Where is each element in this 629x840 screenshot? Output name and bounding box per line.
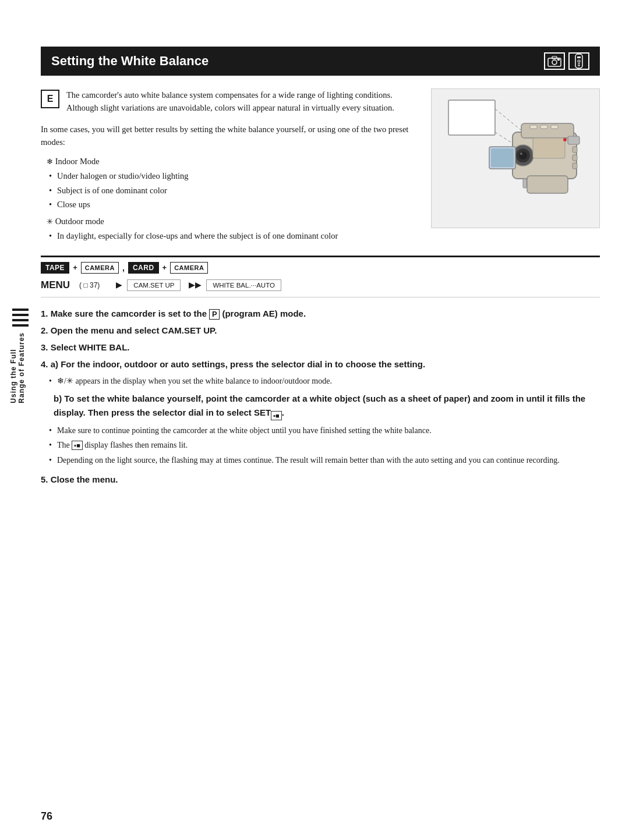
menu-section: TAPE + CAMERA , CARD + CAMERA MENU ( □ 3… — [41, 256, 600, 297]
svg-rect-28 — [533, 138, 565, 158]
comma-separator: , — [122, 263, 125, 272]
svg-rect-20 — [568, 136, 579, 144]
e-badge: E — [41, 90, 59, 108]
step-5: 5. Close the menu. — [41, 473, 600, 486]
svg-rect-8 — [578, 65, 580, 66]
svg-rect-21 — [530, 125, 537, 129]
menu-arrow-box-1: CAM.SET UP — [127, 279, 181, 291]
camera-badge-2: CAMERA — [170, 262, 208, 274]
svg-rect-5 — [577, 56, 581, 58]
indoor-sun-icon: ❄ — [47, 157, 53, 166]
sidebar-line-3 — [12, 319, 29, 321]
camcorder-illustration — [431, 88, 600, 228]
remote-icon-box — [568, 52, 589, 70]
svg-rect-25 — [573, 155, 577, 161]
svg-rect-23 — [551, 125, 558, 129]
step-4a-bullet-1: ❄/✳ appears in the display when you set … — [57, 375, 600, 388]
svg-point-6 — [578, 60, 580, 62]
card-badge: CARD — [128, 262, 159, 274]
title-bar: Setting the White Balance — [41, 47, 600, 76]
svg-rect-2 — [552, 56, 557, 59]
step-4b-bullet-2: The ▪■ display flashes then remains lit. — [57, 439, 600, 452]
sidebar-line-1 — [12, 309, 29, 311]
svg-rect-7 — [578, 63, 580, 65]
svg-rect-9 — [448, 100, 495, 135]
outdoor-mode-item: ✳ Outdoor mode — [47, 215, 419, 228]
plus-2: + — [162, 263, 167, 272]
indoor-mode-label: Indoor Mode — [55, 157, 100, 166]
step-1: 1. Make sure the camcorder is set to the… — [41, 307, 600, 320]
menu-ref: ( □ 37) — [79, 281, 100, 289]
svg-rect-3 — [557, 59, 560, 61]
step-4b-bullet-1: Make sure to continue pointing the camco… — [57, 424, 600, 437]
camera-icon — [547, 55, 562, 68]
outdoor-sun-icon: ✳ — [47, 217, 53, 226]
svg-point-16 — [519, 151, 527, 160]
intro-paragraph-1: The camcorder's auto white balance syste… — [66, 88, 419, 115]
main-content: Setting the White Balance — [41, 23, 600, 486]
indoor-sub-3: Close ups — [57, 198, 419, 211]
svg-point-29 — [563, 138, 567, 141]
menu-arrow-1: ▶ — [116, 280, 122, 290]
page-title: Setting the White Balance — [51, 54, 209, 69]
svg-rect-19 — [491, 148, 514, 167]
indoor-sub-1: Under halogen or studio/video lighting — [57, 169, 419, 182]
svg-rect-22 — [540, 125, 547, 129]
page-number: 76 — [41, 810, 52, 823]
menu-arrow-2: ▶▶ — [189, 280, 202, 290]
svg-rect-30 — [523, 179, 526, 188]
top-section: E The camcorder's auto white balance sys… — [41, 88, 600, 244]
svg-point-1 — [552, 60, 557, 65]
step-4a: 4. a) For the indoor, outdoor or auto se… — [41, 357, 600, 371]
indoor-mode-item: ❄ Indoor Mode — [47, 155, 419, 168]
sidebar-lines — [12, 309, 29, 327]
step-3: 3. Select WHITE BAL. — [41, 341, 600, 354]
camcorder-svg — [437, 94, 594, 222]
steps-section: 1. Make sure the camcorder is set to the… — [41, 307, 600, 486]
left-sidebar: Using the Full Range of Features — [0, 0, 35, 840]
step-4b: b) To set the white balance yourself, po… — [54, 392, 600, 420]
intro-block: E The camcorder's auto white balance sys… — [41, 88, 419, 115]
p-symbol: P — [209, 309, 220, 320]
camera-badge-1: CAMERA — [81, 262, 119, 274]
outdoor-mode-label: Outdoor mode — [55, 217, 104, 226]
svg-rect-26 — [573, 163, 577, 169]
menu-nav-row: MENU ( □ 37) ▶ CAM.SET UP ▶▶ WHITE BAL.·… — [41, 277, 600, 297]
intro-paragraph-2: In some cases, you will get better resul… — [41, 123, 419, 149]
indoor-sub-2: Subject is of one dominant color — [57, 184, 419, 197]
plus-1: + — [73, 263, 77, 272]
svg-point-17 — [520, 153, 522, 155]
camera-icon-box — [544, 52, 565, 70]
step-2: 2. Open the menu and select CAM.SET UP. — [41, 324, 600, 337]
sidebar-vertical-text: Using the Full Range of Features — [9, 332, 26, 403]
outdoor-sub-1: In daylight, especially for close-ups an… — [57, 229, 419, 242]
svg-rect-24 — [573, 147, 577, 153]
sidebar-line-2 — [12, 314, 29, 316]
tape-badge: TAPE — [41, 262, 69, 274]
title-icons — [544, 52, 589, 70]
remote-icon — [573, 54, 585, 69]
svg-rect-27 — [527, 176, 568, 193]
sidebar-line-4 — [12, 324, 29, 327]
menu-label: MENU — [41, 279, 70, 291]
step-4b-bullet-3: Depending on the light source, the flash… — [57, 454, 600, 467]
page-container: Using the Full Range of Features Setting… — [0, 0, 629, 840]
top-left-content: E The camcorder's auto white balance sys… — [41, 88, 419, 244]
menu-arrow-box-2: WHITE BAL.···AUTO — [206, 279, 281, 291]
tape-camera-row: TAPE + CAMERA , CARD + CAMERA — [41, 257, 600, 277]
